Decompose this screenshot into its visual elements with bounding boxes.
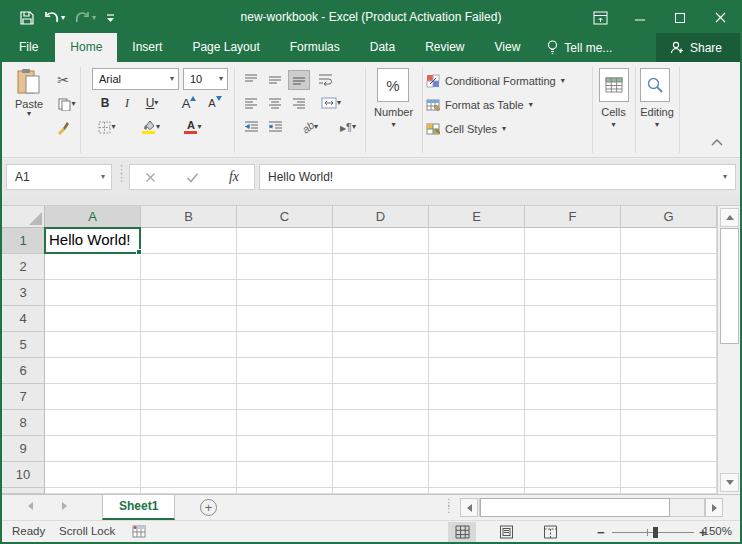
horizontal-scrollbar-thumb[interactable] (480, 498, 670, 517)
row-header-7[interactable]: 7 (2, 384, 45, 410)
previous-sheet-button[interactable] (28, 502, 33, 510)
orientation-button[interactable]: ab ▾ (294, 117, 326, 137)
cell-styles-button[interactable]: Cell Styles ▾ (426, 119, 506, 139)
cell[interactable] (45, 332, 141, 358)
cell[interactable] (621, 462, 717, 488)
cell[interactable] (141, 384, 237, 410)
cell[interactable] (525, 410, 621, 436)
cell[interactable] (237, 306, 333, 332)
cell[interactable] (141, 332, 237, 358)
row-header-2[interactable]: 2 (2, 254, 45, 280)
bottom-align-button[interactable] (288, 70, 310, 90)
cell[interactable] (141, 436, 237, 462)
cell[interactable] (45, 410, 141, 436)
undo-button[interactable]: ▾ (44, 11, 65, 24)
column-header-c[interactable]: C (237, 206, 333, 228)
cells-group-button[interactable]: Cells ▾ (592, 104, 635, 129)
cell[interactable] (141, 306, 237, 332)
decrease-font-button[interactable]: A (204, 93, 226, 113)
cell[interactable] (45, 306, 141, 332)
save-button[interactable] (20, 11, 34, 25)
cell[interactable] (429, 358, 525, 384)
tell-me-box[interactable]: Tell me... (535, 33, 624, 62)
cell[interactable] (237, 384, 333, 410)
paste-button[interactable]: Paste ▾ (8, 68, 50, 118)
sheet-tab-sheet1[interactable]: Sheet1 (102, 495, 175, 520)
editing-group-button[interactable]: Editing ▾ (635, 104, 679, 129)
cell[interactable] (621, 384, 717, 410)
customize-qat-button[interactable] (106, 13, 115, 23)
number-group-button[interactable]: Number ▾ (365, 104, 422, 129)
editing-button[interactable] (640, 68, 670, 102)
cell[interactable] (429, 332, 525, 358)
confirm-entry-icon[interactable] (186, 172, 199, 183)
cell[interactable] (621, 410, 717, 436)
middle-align-button[interactable] (264, 70, 286, 90)
paste-dropdown-icon[interactable]: ▾ (27, 110, 31, 118)
tab-formulas[interactable]: Formulas (275, 33, 355, 62)
row-header-8[interactable]: 8 (2, 410, 45, 436)
cell[interactable] (525, 228, 621, 254)
cell[interactable] (429, 384, 525, 410)
name-box[interactable]: A1 ▾ (6, 164, 112, 190)
cell-a1-selected[interactable]: Hello World! (45, 228, 141, 254)
cell[interactable] (621, 436, 717, 462)
cell[interactable] (525, 358, 621, 384)
font-name-select[interactable]: Arial ▾ (92, 68, 179, 90)
wrap-text-button[interactable] (314, 70, 336, 90)
new-sheet-button[interactable]: + (200, 499, 217, 516)
center-button[interactable] (264, 93, 286, 113)
normal-view-button[interactable] (448, 522, 476, 542)
page-break-preview-button[interactable] (536, 522, 564, 542)
merge-center-button[interactable]: ▾ (314, 93, 348, 113)
cell[interactable] (141, 254, 237, 280)
tab-insert[interactable]: Insert (117, 33, 177, 62)
cell[interactable] (333, 306, 429, 332)
conditional-formatting-button[interactable]: Conditional Formatting ▾ (426, 71, 565, 91)
cell[interactable] (621, 228, 717, 254)
row-header-1[interactable]: 1 (2, 228, 45, 254)
cell[interactable] (141, 228, 237, 254)
column-header-g[interactable]: G (621, 206, 717, 228)
cell[interactable] (45, 358, 141, 384)
cell[interactable] (621, 254, 717, 280)
cell[interactable] (237, 462, 333, 488)
cell[interactable] (45, 254, 141, 280)
cell[interactable] (333, 462, 429, 488)
next-sheet-button[interactable] (62, 502, 67, 510)
column-header-e[interactable]: E (429, 206, 525, 228)
column-header-a[interactable]: A (45, 206, 141, 228)
cell[interactable] (333, 280, 429, 306)
cell[interactable] (621, 332, 717, 358)
cut-button[interactable]: ✂ (52, 70, 74, 90)
increase-font-button[interactable]: A (178, 93, 200, 113)
cell[interactable] (141, 462, 237, 488)
row-header-5[interactable]: 5 (2, 332, 45, 358)
cancel-entry-icon[interactable] (145, 172, 156, 183)
minimize-button[interactable] (620, 2, 660, 33)
cell[interactable] (237, 254, 333, 280)
cell[interactable] (45, 280, 141, 306)
tab-file[interactable]: File (2, 33, 55, 62)
macro-record-button[interactable] (132, 525, 146, 538)
cell[interactable] (237, 280, 333, 306)
number-format-button[interactable]: % (377, 68, 409, 102)
cell[interactable] (525, 384, 621, 410)
cell[interactable] (141, 280, 237, 306)
zoom-slider-thumb[interactable] (653, 527, 658, 538)
cell[interactable] (45, 462, 141, 488)
cell[interactable] (525, 280, 621, 306)
zoom-out-button[interactable]: − (597, 525, 605, 540)
cell[interactable] (333, 436, 429, 462)
insert-function-button[interactable]: fx (229, 169, 239, 185)
align-right-button[interactable] (288, 93, 310, 113)
expand-formula-bar-icon[interactable]: ▾ (723, 173, 735, 181)
cell[interactable] (429, 410, 525, 436)
cell[interactable] (333, 410, 429, 436)
name-box-dropdown-icon[interactable]: ▾ (101, 173, 111, 181)
cells-button[interactable] (599, 68, 629, 102)
format-painter-button[interactable] (52, 118, 74, 138)
cell[interactable] (237, 358, 333, 384)
align-left-button[interactable] (240, 93, 262, 113)
maximize-button[interactable] (660, 2, 700, 33)
